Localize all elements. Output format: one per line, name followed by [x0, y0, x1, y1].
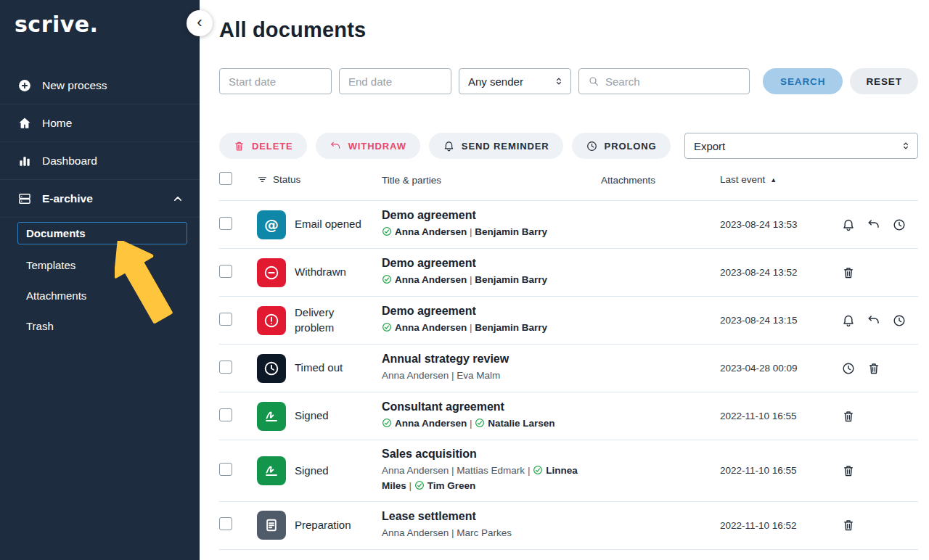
party-separator: | [449, 370, 457, 381]
timed-out-status-icon [257, 354, 286, 383]
bulk-action-bar: DELETE WITHDRAW SEND REMINDER PROLONG Ex… [219, 133, 918, 159]
sidebar-item-label: E-archive [42, 192, 93, 205]
delete-row-button[interactable] [840, 408, 856, 424]
trash-icon [841, 409, 856, 424]
delete-button-label: DELETE [252, 141, 293, 152]
trash-icon [233, 140, 245, 152]
document-title[interactable]: Demo agreement [382, 305, 601, 318]
sidebar-item-attachments[interactable]: Attachments [0, 280, 200, 310]
document-title[interactable]: Demo agreement [382, 209, 601, 222]
delivery-problem-status-icon [257, 306, 286, 335]
last-event-date: 2022-11-10 16:55 [720, 411, 840, 421]
row-checkbox[interactable] [219, 517, 232, 530]
preparation-status-icon [257, 511, 286, 540]
withdraw-button[interactable]: WITHDRAW [316, 133, 420, 159]
prolong-button[interactable]: PROLONG [572, 133, 671, 159]
party-name: Natalie Larsen [488, 418, 554, 429]
prolong-row-button[interactable] [891, 217, 907, 233]
party-name: Marc Parkes [457, 527, 512, 538]
document-title[interactable]: Consultant agreement [382, 400, 601, 413]
row-checkbox[interactable] [219, 265, 232, 278]
clock-icon [892, 218, 907, 232]
start-date-input[interactable] [219, 68, 332, 94]
reset-button[interactable]: RESET [850, 68, 918, 94]
last-event-date: 2023-08-24 13:52 [720, 267, 840, 278]
sidebar-item-label: Dashboard [42, 155, 97, 168]
party-name: Benjamin Barry [475, 226, 547, 237]
sidebar-item-new-process[interactable]: New process [0, 67, 200, 104]
archive-icon [17, 192, 32, 206]
send-reminder-row-button[interactable] [840, 217, 856, 233]
last-event-date: 2022-11-10 16:55 [720, 465, 840, 476]
select-all-checkbox[interactable] [219, 172, 232, 185]
column-header-title-parties[interactable]: Title & parties [382, 175, 441, 186]
party-name: Anna Andersen [382, 370, 449, 381]
send-reminder-row-button[interactable] [840, 313, 856, 329]
row-checkbox[interactable] [219, 313, 232, 326]
clock-icon [841, 361, 856, 376]
party-separator: | [467, 274, 475, 285]
party-separator: | [467, 322, 475, 333]
column-header-attachments[interactable]: Attachments [601, 175, 655, 186]
back-button[interactable]: ‹ [187, 10, 213, 36]
bell-icon [841, 313, 856, 328]
sidebar-item-templates[interactable]: Templates [0, 250, 200, 280]
row-checkbox[interactable] [219, 408, 232, 421]
party-separator: | [525, 465, 533, 476]
page-title: All documents [219, 16, 918, 44]
search-button[interactable]: SEARCH [763, 68, 843, 94]
sidebar-item-trash[interactable]: Trash [0, 310, 200, 341]
sidebar-item-dashboard[interactable]: Dashboard [0, 142, 200, 180]
end-date-input[interactable] [339, 68, 451, 94]
parties: Anna Andersen | Eva Malm [382, 368, 601, 384]
party-name: Eva Malm [457, 370, 500, 381]
email-opened-status-icon: @ [257, 210, 286, 239]
sidebar-item-documents[interactable]: Documents [17, 222, 187, 244]
search-input[interactable] [605, 75, 740, 88]
delete-row-button[interactable] [840, 463, 856, 479]
party-separator: | [467, 418, 475, 429]
prolong-row-button[interactable] [891, 313, 907, 329]
app-window: scrive. New process Home Dashboard E-arc… [0, 0, 929, 560]
withdraw-row-button[interactable] [866, 217, 882, 233]
document-title[interactable]: Annual strategy review [382, 353, 601, 366]
filter-icon[interactable] [257, 174, 268, 185]
sidebar-item-home[interactable]: Home [0, 104, 200, 142]
sender-select[interactable]: Any sender [459, 68, 571, 94]
party-separator: | [449, 465, 457, 476]
sidebar-item-e-archive[interactable]: E-archive [0, 180, 200, 218]
party-name: Anna Andersen [395, 274, 467, 285]
e-archive-submenu: Documents Templates Attachments Trash [0, 218, 200, 341]
row-checkbox[interactable] [219, 361, 232, 374]
trash-icon [841, 464, 856, 478]
signed-check-icon [382, 322, 392, 332]
document-title[interactable]: Demo agreement [382, 257, 601, 270]
delete-row-button[interactable] [840, 517, 856, 533]
status-label: Delivery problem [295, 305, 361, 335]
delete-row-button[interactable] [840, 265, 856, 281]
row-checkbox[interactable] [219, 463, 232, 476]
bell-icon [443, 140, 455, 152]
parties: Anna Andersen | Benjamin Barry [382, 321, 601, 336]
search-icon [588, 75, 599, 87]
document-title[interactable]: Lease settlement [382, 510, 601, 523]
withdraw-row-button[interactable] [866, 313, 882, 329]
sort-asc-icon[interactable]: ▲ [770, 176, 777, 184]
delete-row-button[interactable] [866, 361, 882, 376]
signed-check-icon [414, 480, 425, 490]
export-select-value: Export [694, 140, 725, 152]
table-row: PreparationLease settlementAnna Andersen… [219, 502, 918, 550]
column-header-status[interactable]: Status [273, 174, 300, 185]
document-title[interactable]: Sales acquisition [382, 448, 601, 461]
column-header-last-event[interactable]: Last event [720, 174, 765, 185]
prolong-row-button[interactable] [840, 361, 856, 376]
delete-button[interactable]: DELETE [219, 133, 307, 159]
status-label: Signed [295, 464, 329, 478]
table-row: @Email openedDemo agreementAnna Andersen… [219, 201, 918, 249]
row-checkbox[interactable] [219, 217, 232, 230]
export-select[interactable]: Export [684, 133, 918, 159]
send-reminder-button[interactable]: SEND REMINDER [429, 133, 563, 159]
undo-icon [867, 313, 881, 328]
chevron-up-icon [171, 192, 185, 206]
trash-icon [867, 361, 881, 376]
